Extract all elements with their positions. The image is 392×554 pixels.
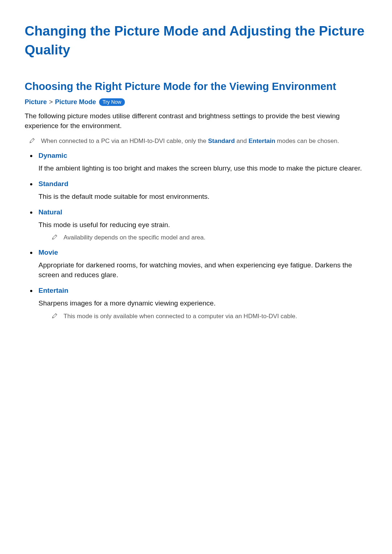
mode-name: Movie (38, 249, 367, 257)
note-entertain-availability: This mode is only available when connect… (52, 312, 367, 321)
intro-paragraph: The following picture modes utilise diff… (25, 111, 367, 131)
breadcrumb: Picture > Picture Mode Try Now (25, 98, 367, 106)
note-suffix: modes can be chosen. (275, 138, 339, 144)
mode-name: Standard (38, 180, 367, 188)
page-title: Changing the Picture Mode and Adjusting … (25, 22, 367, 59)
mode-item-natural: Natural This mode is useful for reducing… (29, 208, 367, 242)
mode-name: Entertain (38, 287, 367, 295)
chevron-right-icon: > (49, 98, 53, 106)
breadcrumb-leaf: Picture Mode (55, 98, 96, 106)
note-prefix: When connected to a PC via an HDMI-to-DV… (41, 138, 208, 144)
mode-name: Natural (38, 208, 367, 216)
note-availability: Availability depends on the specific mod… (52, 233, 367, 242)
pencil-icon (52, 313, 58, 319)
note-hdmi-dvi: When connected to a PC via an HDMI-to-DV… (29, 137, 367, 145)
mode-description: This mode is useful for reducing eye str… (38, 220, 367, 230)
mode-description: This is the default mode suitable for mo… (38, 192, 367, 202)
mode-description: Appropriate for darkened rooms, for watc… (38, 260, 367, 280)
mode-item-dynamic: Dynamic If the ambient lighting is too b… (29, 152, 367, 173)
note-text: Availability depends on the specific mod… (64, 233, 205, 242)
try-now-badge[interactable]: Try Now (99, 98, 125, 106)
term-entertain: Entertain (249, 138, 275, 144)
note-text: This mode is only available when connect… (64, 312, 297, 321)
mode-description: If the ambient lighting is too bright an… (38, 163, 367, 173)
term-standard: Standard (208, 138, 235, 144)
mode-description: Sharpens images for a more dynamic viewi… (38, 298, 367, 308)
mode-name: Dynamic (38, 152, 367, 160)
section-title: Choosing the Right Picture Mode for the … (25, 81, 367, 93)
pencil-icon (52, 234, 58, 240)
breadcrumb-root: Picture (25, 98, 47, 106)
mode-item-entertain: Entertain Sharpens images for a more dyn… (29, 287, 367, 320)
note-mid: and (235, 138, 249, 144)
mode-list: Dynamic If the ambient lighting is too b… (29, 152, 367, 320)
pencil-icon (29, 138, 35, 144)
note-text: When connected to a PC via an HDMI-to-DV… (41, 137, 339, 145)
mode-item-movie: Movie Appropriate for darkened rooms, fo… (29, 249, 367, 280)
mode-item-standard: Standard This is the default mode suitab… (29, 180, 367, 202)
